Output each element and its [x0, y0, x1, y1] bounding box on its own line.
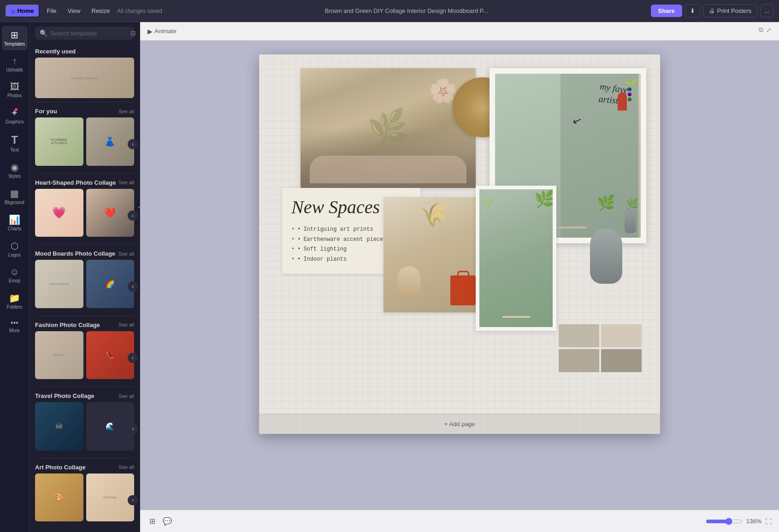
sidebar-item-photos[interactable]: 🖼 Photos: [2, 78, 28, 102]
more-icon: •••: [11, 319, 18, 327]
print-icon: 🖨: [709, 7, 715, 14]
main-layout: ⊞ Templates ↑ Uploads 🖼 Photos ✦ Graphic…: [0, 22, 779, 532]
mood-see-all[interactable]: See all: [118, 251, 134, 257]
photo-tall[interactable]: 🌿 🌱: [476, 186, 556, 331]
heart-section: 💗 ❤️ ›: [30, 189, 140, 243]
moodboard: 🌿 🌸: [273, 68, 646, 400]
travel-section: 🏔 🌊 ›: [30, 402, 140, 456]
file-button[interactable]: File: [43, 6, 60, 16]
bottom-left-tools: ⊞ 💬: [148, 515, 174, 527]
travel-see-all[interactable]: See all: [118, 393, 134, 399]
more-options-button[interactable]: ...: [760, 4, 773, 18]
template-thumb-mood-1[interactable]: mood board: [35, 260, 83, 308]
canvas-toolbar: ▶ Animate: [140, 22, 779, 41]
sidebar-item-styles[interactable]: ◉ Styles: [2, 158, 28, 182]
zoom-expand-button[interactable]: ⛶: [765, 518, 772, 525]
art-next-button[interactable]: ›: [128, 495, 138, 505]
photo-flowers[interactable]: 🌿 🌸: [301, 68, 476, 188]
add-page-button[interactable]: + Add page: [444, 421, 475, 427]
art-section-title: Art Photo Collage: [35, 464, 86, 471]
for-you-see-all[interactable]: See all: [118, 109, 134, 114]
sidebar-item-folders[interactable]: 📁 Folders: [2, 289, 28, 313]
templates-sidebar: ◀ 🔍 ⊟ Recently used collage template For…: [30, 22, 140, 532]
travel-next-button[interactable]: ›: [128, 424, 138, 434]
template-thumb-art-1[interactable]: 🎨: [35, 474, 83, 522]
template-thumb-travel-1[interactable]: 🏔: [35, 402, 83, 450]
animate-icon: ▶: [148, 28, 153, 35]
for-you-grid: FLOWERS& PLANTS 👗: [30, 117, 140, 171]
templates-label: Templates: [4, 41, 25, 47]
template-thumb-travel-2[interactable]: 🌊: [86, 402, 135, 450]
fashion-grid: fashion 👠: [30, 331, 140, 385]
home-button[interactable]: ⌂ Home: [6, 5, 40, 18]
template-thumb-fashion-1[interactable]: fashion: [35, 331, 83, 380]
template-thumb-heart-1[interactable]: 💗: [35, 189, 83, 237]
for-you-next-button[interactable]: ›: [128, 139, 138, 149]
sidebar-item-background[interactable]: ▦ Bkground: [2, 184, 28, 209]
art-see-all[interactable]: See all: [118, 464, 134, 470]
comment-button[interactable]: 💬: [161, 515, 174, 527]
sidebar-item-graphics[interactable]: ✦ Graphics: [2, 104, 28, 128]
template-thumb-mood-2[interactable]: 🌈: [86, 260, 135, 308]
document-title: Brown and Green DIY Collage Interior Des…: [166, 7, 647, 14]
for-you-header: For you See all: [30, 104, 140, 117]
canvas-content: 🌿 🌸: [259, 54, 660, 414]
print-label: Print Posters: [717, 7, 751, 14]
saved-indicator: All changes saved: [117, 8, 162, 14]
search-icon: 🔍: [40, 29, 47, 37]
photo-vase[interactable]: 🌾: [384, 197, 485, 312]
styles-label: Styles: [8, 174, 21, 179]
animate-button[interactable]: ▶ Animate: [148, 28, 177, 35]
template-thumb-heart-2[interactable]: ❤️: [86, 189, 135, 237]
search-input[interactable]: [50, 30, 128, 37]
sidebar-item-uploads[interactable]: ↑ Uploads: [2, 52, 28, 76]
swatch-4: [601, 349, 642, 372]
more-label: More: [9, 328, 20, 333]
mood-grid: mood board 🌈: [30, 260, 140, 314]
mood-section-title: Mood Boards Photo Collage: [35, 250, 115, 257]
template-thumb-art-2[interactable]: birthday: [86, 474, 135, 522]
art-grid: 🎨 birthday: [30, 474, 140, 527]
sidebar-item-charts[interactable]: 📊 Charts: [2, 210, 28, 235]
sidebar-item-templates[interactable]: ⊞ Templates: [2, 26, 28, 50]
resize-button[interactable]: Resize: [88, 6, 114, 16]
grid-view-button[interactable]: ⊞: [148, 515, 157, 527]
travel-section-header: Travel Photo Collage See all: [30, 389, 140, 402]
heart-see-all[interactable]: See all: [118, 180, 134, 185]
home-icon: ⌂: [11, 7, 15, 15]
mood-section: mood board 🌈 ›: [30, 260, 140, 314]
template-thumb-1[interactable]: FLOWERS& PLANTS: [35, 117, 83, 166]
filter-icon[interactable]: ⊟: [130, 29, 136, 37]
view-button[interactable]: View: [64, 6, 84, 16]
heart-section-title: Heart-Shaped Photo Collage: [35, 179, 116, 186]
for-you-title: For you: [35, 108, 57, 115]
sidebar-item-emoji[interactable]: ☺ Emoji: [2, 263, 28, 287]
print-button[interactable]: 🖨 Print Posters: [703, 4, 757, 18]
bottombar: ⊞ 💬 136% ⛶: [140, 510, 779, 532]
mood-next-button[interactable]: ›: [128, 281, 138, 292]
logos-icon: ⬡: [11, 240, 18, 251]
canvas-scroll[interactable]: ⧉ ⤢ 🌿 🌸: [140, 41, 779, 510]
recently-used-thumb[interactable]: collage template: [35, 58, 134, 98]
topbar: ⌂ Home File View Resize All changes save…: [0, 0, 779, 22]
mood-section-header: Mood Boards Photo Collage See all: [30, 246, 140, 260]
fashion-see-all[interactable]: See all: [118, 322, 134, 327]
fashion-next-button[interactable]: ›: [128, 353, 138, 363]
heart-section-header: Heart-Shaped Photo Collage See all: [30, 175, 140, 189]
folders-icon: 📁: [9, 292, 20, 304]
download-button[interactable]: ⬇: [685, 4, 700, 18]
template-thumb-2[interactable]: 👗: [86, 117, 135, 166]
share-button[interactable]: Share: [651, 5, 682, 17]
animate-label: Animate: [154, 28, 177, 35]
sidebar-item-logos[interactable]: ⬡ Logos: [2, 237, 28, 261]
zoom-slider[interactable]: [706, 518, 743, 525]
design-canvas[interactable]: 🌿 🌸: [259, 54, 660, 434]
sidebar-item-text[interactable]: T Text: [2, 130, 28, 156]
vase-sculpture: 🌿: [586, 192, 626, 284]
background-icon: ▦: [10, 188, 19, 199]
emoji-icon: ☺: [10, 267, 19, 277]
heart-next-button[interactable]: ›: [128, 210, 138, 221]
background-label: Bkground: [5, 200, 24, 205]
template-thumb-fashion-2[interactable]: 👠: [86, 331, 135, 380]
sidebar-item-more[interactable]: ••• More: [2, 315, 28, 337]
